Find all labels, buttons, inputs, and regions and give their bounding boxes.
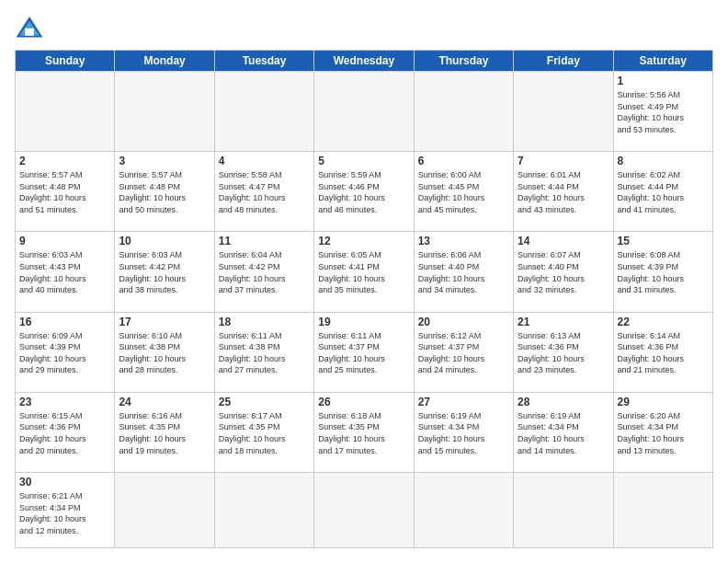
day-number: 14 (518, 235, 609, 247)
day-info: Sunrise: 6:09 AM Sunset: 4:39 PM Dayligh… (19, 330, 110, 376)
day-info: Sunrise: 6:06 AM Sunset: 4:40 PM Dayligh… (418, 249, 509, 295)
calendar-header-row: SundayMondayTuesdayWednesdayThursdayFrid… (16, 51, 713, 72)
day-number: 30 (19, 476, 110, 488)
day-info: Sunrise: 6:13 AM Sunset: 4:36 PM Dayligh… (518, 330, 609, 376)
day-number: 13 (418, 235, 509, 247)
day-info: Sunrise: 6:12 AM Sunset: 4:37 PM Dayligh… (418, 330, 509, 376)
calendar-cell: 15Sunrise: 6:08 AM Sunset: 4:39 PM Dayli… (613, 232, 712, 312)
calendar-cell: 12Sunrise: 6:05 AM Sunset: 4:41 PM Dayli… (314, 232, 414, 312)
day-info: Sunrise: 6:02 AM Sunset: 4:44 PM Dayligh… (618, 169, 709, 215)
day-number: 10 (119, 235, 210, 247)
day-number: 23 (19, 396, 110, 408)
day-number: 18 (219, 316, 310, 328)
calendar-cell: 4Sunrise: 5:58 AM Sunset: 4:47 PM Daylig… (214, 152, 313, 232)
calendar-table: SundayMondayTuesdayWednesdayThursdayFrid… (15, 50, 713, 548)
day-info: Sunrise: 6:14 AM Sunset: 4:36 PM Dayligh… (618, 330, 709, 376)
calendar-cell (115, 472, 214, 547)
calendar-cell: 13Sunrise: 6:06 AM Sunset: 4:40 PM Dayli… (414, 232, 513, 312)
day-number: 5 (318, 155, 409, 167)
calendar-cell (514, 472, 613, 547)
calendar-cell: 10Sunrise: 6:03 AM Sunset: 4:42 PM Dayli… (115, 232, 214, 312)
column-header-saturday: Saturday (613, 51, 712, 72)
day-info: Sunrise: 6:11 AM Sunset: 4:37 PM Dayligh… (318, 330, 409, 376)
calendar-week-row: 9Sunrise: 6:03 AM Sunset: 4:43 PM Daylig… (16, 232, 713, 312)
day-number: 27 (418, 396, 509, 408)
day-number: 25 (219, 396, 310, 408)
day-number: 16 (19, 316, 110, 328)
calendar-cell: 9Sunrise: 6:03 AM Sunset: 4:43 PM Daylig… (16, 232, 115, 312)
day-info: Sunrise: 6:19 AM Sunset: 4:34 PM Dayligh… (418, 410, 509, 456)
calendar-cell: 18Sunrise: 6:11 AM Sunset: 4:38 PM Dayli… (214, 312, 313, 392)
day-number: 1 (618, 75, 709, 87)
day-number: 4 (219, 155, 310, 167)
calendar-cell: 5Sunrise: 5:59 AM Sunset: 4:46 PM Daylig… (314, 152, 414, 232)
calendar-week-row: 23Sunrise: 6:15 AM Sunset: 4:36 PM Dayli… (16, 392, 713, 472)
day-info: Sunrise: 6:03 AM Sunset: 4:43 PM Dayligh… (19, 249, 110, 295)
day-number: 15 (618, 235, 709, 247)
calendar-cell: 26Sunrise: 6:18 AM Sunset: 4:35 PM Dayli… (314, 392, 414, 472)
calendar-week-row: 16Sunrise: 6:09 AM Sunset: 4:39 PM Dayli… (16, 312, 713, 392)
page-header (15, 15, 713, 40)
calendar-cell: 8Sunrise: 6:02 AM Sunset: 4:44 PM Daylig… (613, 152, 712, 232)
day-number: 11 (219, 235, 310, 247)
day-number: 29 (618, 396, 709, 408)
calendar-cell: 27Sunrise: 6:19 AM Sunset: 4:34 PM Dayli… (414, 392, 513, 472)
calendar-week-row: 30Sunrise: 6:21 AM Sunset: 4:34 PM Dayli… (16, 472, 713, 547)
day-info: Sunrise: 6:20 AM Sunset: 4:34 PM Dayligh… (618, 410, 709, 456)
calendar-cell: 1Sunrise: 5:56 AM Sunset: 4:49 PM Daylig… (613, 72, 712, 152)
calendar-cell: 6Sunrise: 6:00 AM Sunset: 4:45 PM Daylig… (414, 152, 513, 232)
day-info: Sunrise: 6:16 AM Sunset: 4:35 PM Dayligh… (119, 410, 210, 456)
calendar-cell (613, 472, 712, 547)
day-number: 2 (19, 155, 110, 167)
calendar-cell: 22Sunrise: 6:14 AM Sunset: 4:36 PM Dayli… (613, 312, 712, 392)
column-header-friday: Friday (514, 51, 613, 72)
day-info: Sunrise: 6:19 AM Sunset: 4:34 PM Dayligh… (518, 410, 609, 456)
day-number: 21 (518, 316, 609, 328)
day-number: 20 (418, 316, 509, 328)
day-number: 6 (418, 155, 509, 167)
day-info: Sunrise: 6:04 AM Sunset: 4:42 PM Dayligh… (219, 249, 310, 295)
calendar-cell (16, 72, 115, 152)
day-info: Sunrise: 5:57 AM Sunset: 4:48 PM Dayligh… (119, 169, 210, 215)
day-info: Sunrise: 6:08 AM Sunset: 4:39 PM Dayligh… (618, 249, 709, 295)
day-info: Sunrise: 6:18 AM Sunset: 4:35 PM Dayligh… (318, 410, 409, 456)
day-number: 8 (618, 155, 709, 167)
calendar-cell: 16Sunrise: 6:09 AM Sunset: 4:39 PM Dayli… (16, 312, 115, 392)
calendar-cell: 25Sunrise: 6:17 AM Sunset: 4:35 PM Dayli… (214, 392, 313, 472)
day-number: 24 (119, 396, 210, 408)
day-info: Sunrise: 6:00 AM Sunset: 4:45 PM Dayligh… (418, 169, 509, 215)
calendar-cell: 29Sunrise: 6:20 AM Sunset: 4:34 PM Dayli… (613, 392, 712, 472)
calendar-cell: 21Sunrise: 6:13 AM Sunset: 4:36 PM Dayli… (514, 312, 613, 392)
column-header-sunday: Sunday (16, 51, 115, 72)
day-info: Sunrise: 6:01 AM Sunset: 4:44 PM Dayligh… (518, 169, 609, 215)
calendar-week-row: 1Sunrise: 5:56 AM Sunset: 4:49 PM Daylig… (16, 72, 713, 152)
calendar-cell: 19Sunrise: 6:11 AM Sunset: 4:37 PM Dayli… (314, 312, 414, 392)
day-info: Sunrise: 6:11 AM Sunset: 4:38 PM Dayligh… (219, 330, 310, 376)
calendar-cell: 3Sunrise: 5:57 AM Sunset: 4:48 PM Daylig… (115, 152, 214, 232)
day-info: Sunrise: 6:03 AM Sunset: 4:42 PM Dayligh… (119, 249, 210, 295)
calendar-cell: 17Sunrise: 6:10 AM Sunset: 4:38 PM Dayli… (115, 312, 214, 392)
day-info: Sunrise: 6:17 AM Sunset: 4:35 PM Dayligh… (219, 410, 310, 456)
column-header-tuesday: Tuesday (214, 51, 313, 72)
day-number: 28 (518, 396, 609, 408)
day-number: 7 (518, 155, 609, 167)
day-info: Sunrise: 6:21 AM Sunset: 4:34 PM Dayligh… (19, 490, 110, 536)
day-info: Sunrise: 6:10 AM Sunset: 4:38 PM Dayligh… (119, 330, 210, 376)
column-header-monday: Monday (115, 51, 214, 72)
calendar-cell: 11Sunrise: 6:04 AM Sunset: 4:42 PM Dayli… (214, 232, 313, 312)
day-info: Sunrise: 5:58 AM Sunset: 4:47 PM Dayligh… (219, 169, 310, 215)
calendar-cell: 2Sunrise: 5:57 AM Sunset: 4:48 PM Daylig… (16, 152, 115, 232)
day-info: Sunrise: 5:56 AM Sunset: 4:49 PM Dayligh… (618, 89, 709, 135)
day-number: 19 (318, 316, 409, 328)
logo-icon (15, 15, 44, 40)
day-number: 9 (19, 235, 110, 247)
calendar-cell: 23Sunrise: 6:15 AM Sunset: 4:36 PM Dayli… (16, 392, 115, 472)
calendar-cell (414, 72, 513, 152)
calendar-cell: 30Sunrise: 6:21 AM Sunset: 4:34 PM Dayli… (16, 472, 115, 547)
day-number: 17 (119, 316, 210, 328)
day-number: 22 (618, 316, 709, 328)
calendar-week-row: 2Sunrise: 5:57 AM Sunset: 4:48 PM Daylig… (16, 152, 713, 232)
calendar-cell: 20Sunrise: 6:12 AM Sunset: 4:37 PM Dayli… (414, 312, 513, 392)
calendar-cell: 28Sunrise: 6:19 AM Sunset: 4:34 PM Dayli… (514, 392, 613, 472)
day-number: 26 (318, 396, 409, 408)
